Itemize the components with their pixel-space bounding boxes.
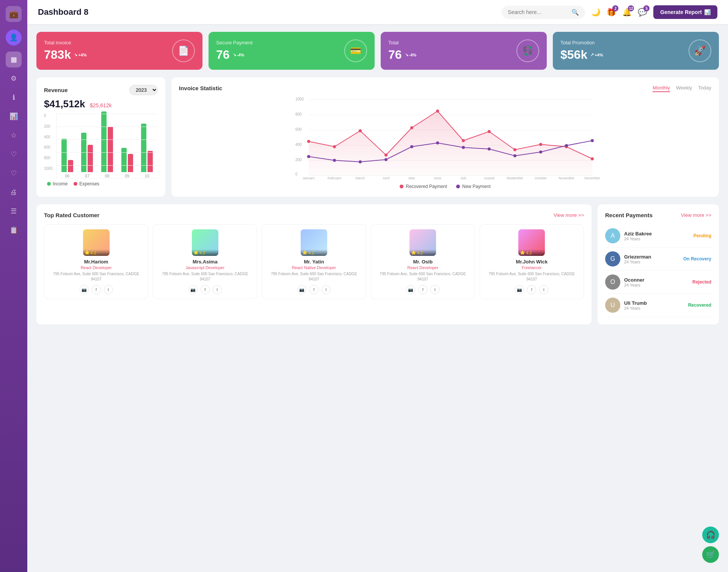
cart-float-btn[interactable]: 🛒: [702, 546, 719, 563]
payments-card: Recent Payments View more >> A Aziz Bakr…: [598, 204, 719, 324]
gift-icon-btn[interactable]: 🎁 2: [607, 8, 616, 17]
svg-text:0: 0: [295, 172, 298, 176]
sidebar-item-docs[interactable]: 📋: [6, 222, 22, 238]
avatar-image: 👤: [6, 30, 22, 45]
total-value: 76: [388, 48, 402, 62]
sidebar-item-dashboard[interactable]: ▦: [6, 52, 22, 67]
customer-role-osib: React Developer: [374, 265, 472, 270]
payment-info-aziz: Aziz Bakree 24 Years: [624, 231, 690, 241]
search-input[interactable]: [508, 9, 568, 15]
svg-text:200: 200: [295, 158, 302, 162]
tab-monthly[interactable]: Monthly: [653, 85, 670, 92]
payments-view-more[interactable]: View more >>: [681, 212, 711, 218]
payment-item-aziz: A Aziz Bakree 24 Years Pending: [605, 224, 711, 248]
total-invoice-trend: ↘ +4%: [74, 52, 86, 57]
twitter-osib[interactable]: t: [430, 285, 439, 294]
theme-toggle-btn[interactable]: 🌙: [591, 8, 601, 17]
payment-age-uli: 24 Years: [624, 306, 684, 310]
sidebar-logo[interactable]: 💼: [6, 6, 22, 22]
chat-btn[interactable]: 💬 5: [638, 8, 647, 17]
payment-status-ocon: Rejected: [692, 279, 711, 285]
customer-addr-yatin: 795 Folsom Ave, Suite 600 San Francisco,…: [265, 271, 362, 282]
year-select[interactable]: 2023 2022 2021: [129, 85, 158, 95]
twitter-asima[interactable]: t: [213, 285, 222, 294]
customer-role-john: Freelancer: [483, 265, 581, 270]
page-title: Dashboard 8: [38, 7, 496, 17]
sidebar-item-favorite[interactable]: ♡: [6, 146, 22, 162]
facebook-asima[interactable]: f: [201, 285, 210, 294]
bottom-row: Top Rated Customer View more >> ⭐ 4.2 Mr…: [36, 204, 719, 324]
search-box[interactable]: 🔍: [502, 6, 585, 19]
twitter-yatin[interactable]: t: [322, 285, 331, 294]
sidebar-item-settings[interactable]: ⚙: [6, 71, 22, 86]
tab-weekly[interactable]: Weekly: [676, 85, 692, 92]
sidebar-avatar[interactable]: 👤: [6, 30, 22, 45]
revenue-title: Revenue: [44, 87, 68, 93]
facebook-john[interactable]: f: [527, 285, 536, 294]
stat-card-secure-payment: Secure Payment 76 ↘ -4% 💳: [209, 32, 375, 70]
facebook-hariom[interactable]: f: [92, 285, 101, 294]
twitter-hariom[interactable]: t: [104, 285, 113, 294]
payment-age-ocon: 24 Years: [624, 283, 689, 287]
invoice-stat-card: Invoice Statistic Monthly Weekly Today 1…: [171, 77, 719, 197]
customer-name-osib: Mr. Osib: [374, 259, 472, 265]
stat-card-total-invoice: Total invoice 783k ↘ +4% 📄: [36, 32, 202, 70]
svg-text:800: 800: [295, 112, 302, 116]
sidebar-item-menu[interactable]: ☰: [6, 203, 22, 219]
socials-asima: 📷 f t: [156, 285, 254, 294]
search-icon: 🔍: [571, 9, 579, 16]
expenses-label: Expenses: [79, 181, 99, 186]
revenue-chart-card: Revenue 2023 2022 2021 $41,512k $25,612k…: [36, 77, 165, 197]
float-buttons: 🎧 🛒: [702, 527, 719, 563]
facebook-yatin[interactable]: f: [309, 285, 318, 294]
recovered-legend-dot: [400, 185, 403, 188]
rec-dot-jan: [307, 140, 310, 143]
payment-item-grie: G Griezerman 24 Years On Recovery: [605, 248, 711, 271]
instagram-hariom[interactable]: 📷: [80, 285, 89, 294]
secure-payment-value: 76: [216, 48, 230, 62]
customer-card-asima: ⭐ 4.2 Mrs.Asima Javascript Developer 795…: [153, 224, 257, 299]
svg-text:July: July: [460, 176, 467, 179]
new-dot-apr: [384, 158, 388, 161]
recovered-area: [309, 111, 592, 176]
sidebar-item-analytics[interactable]: 📊: [6, 108, 22, 124]
legend-recovered: Recovered Payment: [400, 184, 447, 189]
socials-yatin: 📷 f t: [265, 285, 362, 294]
secure-payment-label: Secure Payment: [216, 40, 253, 45]
customers-view-more[interactable]: View more >>: [554, 212, 584, 218]
secure-payment-icon: 💳: [344, 39, 367, 62]
notification-btn[interactable]: 🔔 12: [622, 8, 632, 17]
instagram-john[interactable]: 📷: [515, 285, 524, 294]
expenses-dot: [74, 182, 77, 186]
twitter-john[interactable]: t: [539, 285, 548, 294]
new-dot-jun: [436, 141, 439, 144]
sidebar-item-print[interactable]: 🖨: [6, 184, 22, 200]
sidebar-item-star[interactable]: ☆: [6, 127, 22, 143]
new-dot-nov: [565, 144, 568, 147]
payment-avatar-ocon: O: [605, 274, 620, 290]
sidebar-item-likes[interactable]: ♡: [6, 165, 22, 181]
instagram-osib[interactable]: 📷: [406, 285, 415, 294]
headset-float-btn[interactable]: 🎧: [702, 527, 719, 543]
customer-addr-asima: 795 Folsom Ave, Suite 600 San Francisco,…: [156, 271, 254, 282]
new-dot-oct: [539, 150, 542, 154]
customer-card-osib: ⭐ 4.2 Mr. Osib React Developer 795 Folso…: [371, 224, 475, 299]
total-invoice-value: 783k: [44, 48, 71, 62]
socials-osib: 📷 f t: [374, 285, 472, 294]
svg-text:January: January: [303, 176, 315, 179]
payment-avatar-uli: U: [605, 298, 620, 313]
instagram-yatin[interactable]: 📷: [297, 285, 306, 294]
sidebar-item-info[interactable]: ℹ: [6, 89, 22, 105]
tab-today[interactable]: Today: [698, 85, 711, 92]
svg-text:March: March: [355, 176, 365, 179]
facebook-osib[interactable]: f: [418, 285, 427, 294]
generate-report-button[interactable]: Generate Report 📊: [653, 5, 717, 19]
rating-yatin: ⭐ 4.2: [301, 249, 327, 256]
instagram-asima[interactable]: 📷: [188, 285, 198, 294]
invoice-tabs: Monthly Weekly Today: [653, 85, 711, 92]
payment-info-uli: Uli Trumb 24 Years: [624, 300, 684, 310]
customer-card-yatin: ⭐ 4.2 Mr. Yatin React Native Developer 7…: [262, 224, 366, 299]
revenue-amount: $41,512k: [44, 98, 85, 110]
customer-img-asima: ⭐ 4.2: [192, 229, 218, 256]
y-axis: 1000 800 600 400 200 0: [44, 114, 55, 178]
